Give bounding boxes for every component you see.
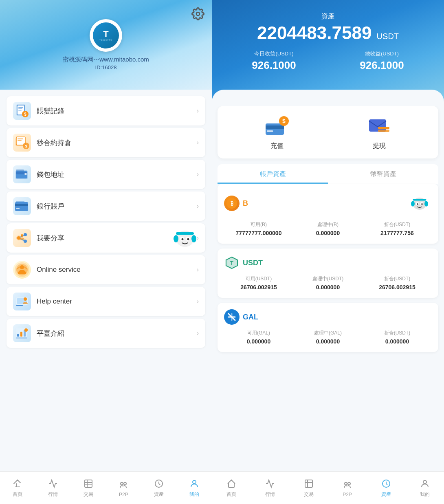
menu-item-platform[interactable]: 平臺介紹 › [7, 319, 205, 348]
logo-sub: TESCOFRO [99, 39, 112, 41]
arrow-online: › [197, 266, 199, 273]
arrow-bank: › [197, 202, 199, 210]
right-panel: 資產 2204483.7589 USDT 今日收益(USDT) 926.1000… [212, 0, 444, 504]
total-profit-label: 總收益(USDT) [360, 50, 404, 57]
right-nav-home[interactable]: 首頁 [212, 475, 251, 501]
withdraw-button[interactable]: 提現 [365, 114, 393, 150]
left-nav-market[interactable]: 行情 [35, 475, 71, 501]
arrow-share: › [197, 234, 199, 242]
gal-header: GAL [224, 309, 432, 325]
today-profit: 今日收益(USDT) 926.1000 [252, 50, 296, 72]
ledger-icon: $ [13, 102, 31, 120]
left-nav-mine[interactable]: 我的 [176, 475, 212, 501]
menu-label-online: Online service [37, 266, 197, 274]
today-profit-label: 今日收益(USDT) [252, 50, 296, 57]
svg-point-89 [348, 482, 350, 485]
usdt-available: 可用(USDT) 26706.002915 [224, 275, 293, 291]
svg-rect-17 [24, 173, 27, 175]
right-nav-trade[interactable]: 交易 [289, 475, 328, 501]
menu-label-wallet: 錢包地址 [37, 170, 197, 179]
left-nav-trade-label: 交易 [84, 491, 93, 498]
svg-point-55 [121, 482, 123, 485]
menu-item-bank[interactable]: 銀行賬戶 › [7, 191, 205, 221]
total-profit-value: 926.1000 [360, 59, 404, 72]
svg-point-49 [24, 328, 28, 332]
svg-point-88 [345, 482, 347, 485]
right-nav-market[interactable]: 行情 [251, 475, 289, 501]
menu-item-ledger[interactable]: $ 賬變記錄 › [7, 96, 205, 125]
svg-rect-4 [18, 108, 22, 109]
online-icon [13, 261, 31, 279]
right-market-icon [264, 478, 276, 489]
right-nav-home-label: 首頁 [226, 491, 236, 498]
svg-point-0 [196, 12, 200, 15]
svg-rect-10 [18, 139, 23, 139]
arrow-platform: › [197, 330, 199, 337]
svg-point-93 [423, 480, 426, 484]
svg-rect-85 [305, 480, 312, 487]
right-nav-mine[interactable]: 我的 [405, 475, 444, 501]
menu-item-contract[interactable]: $ 秒合約持倉 › [7, 128, 205, 157]
svg-point-76 [421, 203, 423, 205]
tabs-row: 帳戶資產 幣幣資產 [218, 164, 438, 184]
arrow-contract: › [197, 139, 199, 146]
withdraw-label: 提現 [373, 142, 386, 150]
tab-account[interactable]: 帳戶資產 [218, 164, 328, 184]
asset-stats-row: 今日收益(USDT) 926.1000 總收益(USDT) 926.1000 [220, 50, 436, 72]
logo-inner: T TESCOFRO [93, 22, 119, 48]
menu-item-help[interactable]: Help center › [7, 287, 205, 316]
menu-label-contract: 秒合約持倉 [37, 138, 197, 147]
asset-currency: USDT [377, 32, 399, 41]
coin-card-btc: ₿ B [218, 184, 438, 244]
right-p2p-icon [342, 479, 353, 490]
menu-list: $ 賬變記錄 › $ 秒合約持倉 › [0, 90, 212, 471]
right-mine-icon [419, 478, 431, 489]
p2p-icon [118, 479, 129, 490]
btc-equivalent: 折合(USDT) 2177777.756 [363, 221, 432, 236]
recharge-icon: $ [263, 114, 291, 139]
svg-rect-61 [267, 130, 273, 132]
svg-point-40 [20, 265, 24, 269]
menu-item-online[interactable]: Online service › [7, 255, 205, 284]
svg-rect-21 [16, 208, 20, 209]
svg-rect-51 [85, 480, 92, 487]
left-nav-trade[interactable]: 交易 [70, 475, 106, 501]
svg-rect-19 [15, 202, 28, 211]
btc-icon: ₿ [224, 196, 240, 211]
withdraw-icon [365, 114, 393, 139]
contract-icon: $ [13, 134, 31, 152]
right-nav-assets[interactable]: 資產 [367, 475, 405, 501]
menu-item-wallet[interactable]: 錢包地址 › [7, 160, 205, 189]
left-nav-market-label: 行情 [48, 491, 58, 498]
left-nav-assets-label: 資產 [154, 491, 164, 498]
left-nav-assets[interactable]: 資產 [141, 475, 177, 501]
wallet-icon [13, 165, 31, 183]
svg-rect-11 [18, 140, 22, 141]
menu-label-ledger: 賬變記錄 [37, 106, 197, 116]
right-nav-mine-label: 我的 [420, 491, 430, 498]
left-bottom-nav: 首頁 行情 交易 [0, 471, 212, 504]
usdt-stats: 可用(USDT) 26706.002915 處理中(USDT) 0.000000… [224, 275, 432, 291]
recharge-button[interactable]: $ 充值 [263, 114, 291, 150]
tab-currency[interactable]: 幣幣資產 [328, 164, 438, 184]
logo-circle: T TESCOFRO [90, 19, 122, 52]
left-nav-p2p[interactable]: P2P [106, 475, 141, 501]
svg-text:$: $ [282, 118, 286, 124]
svg-point-58 [193, 480, 196, 484]
wave-bottom [212, 90, 444, 106]
right-content: $ 充值 提現 [212, 106, 444, 471]
settings-icon[interactable] [191, 7, 204, 20]
menu-label-platform: 平臺介紹 [37, 329, 197, 338]
menu-label-help: Help center [37, 297, 197, 306]
usdt-equivalent: 折合(USDT) 26706.002915 [363, 275, 432, 291]
usdt-processing: 處理中(USDT) 0.000000 [293, 275, 363, 291]
svg-point-29 [21, 234, 23, 237]
menu-item-share[interactable]: 我要分享 › [7, 223, 205, 253]
svg-text:$: $ [25, 144, 27, 148]
left-nav-home[interactable]: 首頁 [0, 475, 35, 501]
usdt-icon: T [224, 255, 240, 271]
right-nav-p2p[interactable]: P2P [328, 475, 367, 501]
menu-label-share: 我要分享 [37, 233, 197, 243]
trade-icon [83, 478, 94, 489]
platform-icon [13, 324, 31, 342]
